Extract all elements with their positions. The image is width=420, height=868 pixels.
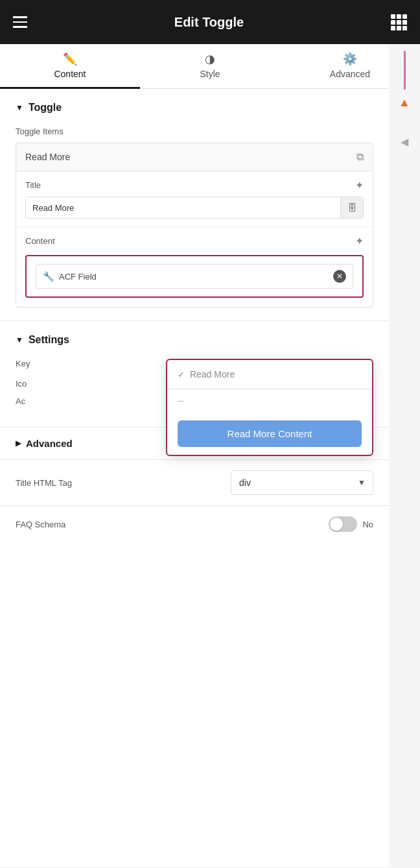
title-label: Title xyxy=(25,180,41,190)
settings-collapse-arrow[interactable]: ▼ xyxy=(16,335,23,344)
advanced-section-title: Advanced xyxy=(26,438,73,449)
grid-icon[interactable] xyxy=(391,14,407,30)
acf-field-row: 🔧 ACF Field ✕ xyxy=(36,264,353,289)
content-sparkle-icon[interactable]: ✦ xyxy=(355,235,364,247)
dropdown-checked-option-label: Read More xyxy=(190,369,235,380)
tab-advanced-label: Advanced xyxy=(330,69,370,79)
settings-section: ▼ Settings Key ✓ Read More -- Read More … xyxy=(0,321,389,427)
title-html-tag-select[interactable]: div h1 h2 h3 h4 span p xyxy=(231,470,373,495)
dropdown-popup: ✓ Read More -- Read More Content xyxy=(166,359,373,456)
key-row: Key ✓ Read More -- Read More Content xyxy=(16,359,373,368)
top-bar: Edit Toggle xyxy=(0,0,420,44)
advanced-icon: ⚙️ xyxy=(343,53,357,65)
title-input-wrapper: 🗄 xyxy=(25,197,364,219)
style-icon: ◑ xyxy=(205,53,215,65)
dropdown-dashes: -- xyxy=(167,389,372,413)
faq-schema-row: FAQ Schema No xyxy=(0,506,389,542)
title-html-tag-select-wrapper: div h1 h2 h3 h4 span p ▼ xyxy=(231,470,373,495)
content-icon: ✏️ xyxy=(63,53,77,65)
right-panel-chevron[interactable]: ◀ xyxy=(401,136,408,148)
tab-style[interactable]: ◑ Style xyxy=(140,44,280,88)
toggle-item-row: Read More ⧉ Title ✦ 🗄 xyxy=(16,143,373,307)
right-panel-orange-arrow: ▲ xyxy=(399,96,410,110)
title-db-icon[interactable]: 🗄 xyxy=(340,197,363,218)
faq-schema-toggle[interactable]: No xyxy=(329,516,373,532)
right-panel-accent xyxy=(404,51,406,90)
tab-content-label: Content xyxy=(54,69,86,79)
title-label-row: Title ✦ xyxy=(25,179,364,191)
toggle-section-header: ▼ Toggle xyxy=(16,102,373,114)
read-more-content-button[interactable]: Read More Content xyxy=(178,420,362,447)
tab-content[interactable]: ✏️ Content xyxy=(0,44,140,88)
content-label-row: Content ✦ xyxy=(25,235,364,247)
faq-toggle-label: No xyxy=(362,520,373,529)
icon-label: Ico xyxy=(16,379,54,389)
check-mark-icon: ✓ xyxy=(178,370,185,380)
copy-icon[interactable]: ⧉ xyxy=(356,151,364,163)
page-title: Edit Toggle xyxy=(174,15,244,30)
faq-schema-label: FAQ Schema xyxy=(16,520,65,529)
toggle-thumb xyxy=(330,518,343,531)
settings-section-title: Settings xyxy=(29,334,69,346)
item-row-header: Read More ⧉ xyxy=(16,143,373,171)
acf-key-label: Ac xyxy=(16,396,54,406)
acf-field-text: ACF Field xyxy=(59,272,328,282)
advanced-expand-arrow[interactable]: ▶ xyxy=(16,439,21,448)
content-label-row-outer: Content ✦ xyxy=(16,227,373,255)
toggle-items-label: Toggle Items xyxy=(16,127,373,136)
dropdown-button-wrapper: Read More Content xyxy=(167,413,372,455)
title-input[interactable] xyxy=(26,198,340,218)
toggle-collapse-arrow[interactable]: ▼ xyxy=(16,103,23,112)
key-label: Key xyxy=(16,359,30,368)
title-html-tag-row: Title HTML Tag div h1 h2 h3 h4 span p ▼ xyxy=(0,460,389,505)
content-label: Content xyxy=(25,236,55,246)
sub-fields: Title ✦ 🗄 Content ✦ xyxy=(16,171,373,298)
content-subfield-wrapper: Content ✦ 🔧 ACF Field ✕ xyxy=(16,227,373,298)
title-sparkle-icon[interactable]: ✦ xyxy=(355,179,364,191)
tab-style-label: Style xyxy=(200,69,220,79)
wrench-icon: 🔧 xyxy=(43,271,54,282)
item-title: Read More xyxy=(25,152,70,162)
acf-close-icon[interactable]: ✕ xyxy=(333,270,346,283)
main-panel: ▼ Toggle Toggle Items Read More ⧉ Title … xyxy=(0,89,389,867)
dropdown-option-read-more[interactable]: ✓ Read More xyxy=(167,360,372,389)
hamburger-icon[interactable] xyxy=(13,16,27,28)
content-field-highlighted: 🔧 ACF Field ✕ xyxy=(25,255,364,298)
toggle-section-title: Toggle xyxy=(29,102,62,114)
toggle-track[interactable] xyxy=(329,516,357,532)
title-html-tag-label: Title HTML Tag xyxy=(16,478,72,488)
title-subfield: Title ✦ 🗄 xyxy=(16,171,373,227)
tab-bar: ✏️ Content ◑ Style ⚙️ Advanced ▶ xyxy=(0,44,420,89)
right-panel: ▲ ◀ xyxy=(389,44,420,868)
toggle-section: ▼ Toggle Toggle Items Read More ⧉ Title … xyxy=(0,89,389,320)
settings-section-header: ▼ Settings xyxy=(16,334,373,346)
